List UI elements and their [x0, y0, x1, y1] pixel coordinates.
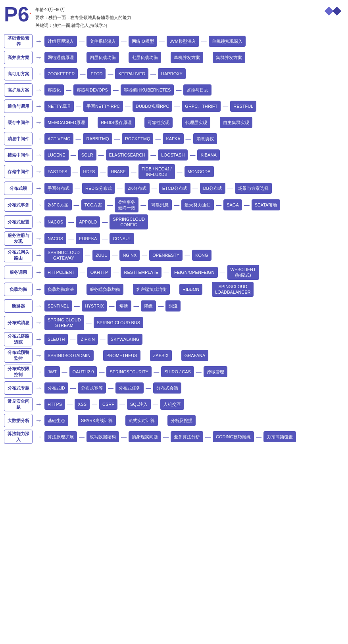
connector-1-4: —: [205, 54, 211, 61]
connector-22-4: —: [153, 401, 158, 407]
page-container: P6. 年龄40万~60万 要求：独挡一面，在专业领域具备辅导他人的能力 关键词…: [0, 0, 348, 454]
tag-6-4: 消息协议: [193, 133, 217, 144]
header-age: 年龄40万~60万: [35, 6, 131, 14]
connector-20-4: —: [196, 369, 202, 375]
connector-0-3: —: [159, 38, 165, 44]
row-17: 分布式消息→SPRING CLOUD STREAM—SPRING CLOUD B…: [4, 315, 344, 330]
connector-16-1: —: [74, 303, 80, 309]
tag-11-2: SPRINGCLOUD CONFIG: [110, 214, 148, 229]
connector-8-4: —: [177, 168, 183, 175]
connector-10-5: —: [216, 202, 221, 208]
arrow-7: →: [33, 151, 44, 159]
connector-3-2: —: [113, 87, 119, 93]
tag-14-2: RESTTEMPLATE: [121, 267, 162, 278]
connector-18-2: —: [100, 336, 106, 342]
tags-18: SLEUTH—ZIPKIN—SKYWALKING: [44, 334, 344, 345]
tag-9-3: ETCD分布式: [159, 183, 190, 194]
category-4: 通信与调用: [4, 99, 33, 113]
tag-12-0: NACOS: [44, 233, 66, 244]
tag-10-5: SAGA: [223, 199, 242, 210]
arrow-11: →: [33, 218, 44, 226]
tags-7: LUCENE—SOLR—ELASTICSEARCH—LOGSTASH—KIBAN…: [44, 149, 344, 161]
connector-1-2: —: [121, 54, 127, 61]
diamond-2: [333, 7, 342, 16]
connector-7-3: —: [150, 152, 156, 158]
connector-9-1: —: [75, 185, 80, 191]
row-2: 高可用方案→ZOOKEEPER—ETCD—KEEPALIVED—HAPROXY: [4, 67, 344, 81]
tag-6-0: ACTIVEMQ: [44, 133, 73, 144]
tags-8: FASTDFS—HDFS—HBASE—TIDB / NEO4J / INFLUX…: [44, 164, 344, 179]
connector-7-1: —: [71, 152, 76, 158]
connector-13-3: —: [142, 252, 147, 258]
connector-9-5: —: [227, 185, 233, 191]
category-6: 消息中间件: [4, 132, 33, 145]
tag-7-4: KIBANA: [197, 149, 219, 161]
tag-0-0: 计组原理深入: [44, 36, 77, 47]
category-1: 高并发方案: [4, 51, 33, 64]
tags-9: 手写分布式—REDIS分布式—ZK分布式—ETCD分布式—DB分布式—场景与方案…: [44, 183, 344, 194]
connector-4-1: —: [76, 103, 81, 109]
arrow-16: →: [33, 302, 44, 310]
category-19: 分布式预警监控: [4, 348, 33, 363]
arrow-9: →: [33, 184, 44, 193]
tag-0-1: 文件系统深入: [87, 36, 119, 47]
tag-5-1: REDIS缓存原理: [98, 117, 135, 128]
row-9: 分布式锁→手写分布式—REDIS分布式—ZK分布式—ETCD分布式—DB分布式—…: [4, 181, 344, 195]
tag-24-3: 业务算法分析: [171, 431, 203, 442]
category-12: 服务注册与发现: [4, 231, 33, 246]
tag-20-4: 跨域管理: [204, 366, 227, 377]
tag-18-1: ZIPKIN: [77, 334, 98, 345]
tag-4-1: 手写NETTY-RPC: [83, 101, 123, 112]
connector-15-2: —: [125, 286, 131, 292]
row-6: 消息中间件→ACTIVEMQ—RABBITMQ—ROCKETMQ—KAFKA—消…: [4, 132, 344, 146]
tags-24: 算法原理扩展—改写数据结构—抽象现实问题—业务算法分析—CODING技巧磨练—力…: [44, 431, 344, 442]
connector-14-3: —: [163, 269, 169, 275]
connector-15-4: —: [204, 286, 210, 292]
tags-11: NACOS—APPOLO—SPRINGCLOUD CONFIG: [44, 214, 344, 229]
tag-16-3: 降级: [141, 300, 156, 311]
connector-3-3: —: [176, 87, 181, 93]
row-14: 服务调用→HTTPCLIENT—OKHTTP—RESTTEMPLATE—FEIG…: [4, 265, 344, 280]
tag-15-4: SPINGCLOUD LOADBALANCER: [212, 282, 254, 297]
tags-3: 容器化—容器与DEVOPS—容器编排KUBERNETES—监控与日志: [44, 84, 344, 96]
tag-21-2: 分布式任务: [115, 382, 144, 394]
header-diamonds: [326, 8, 340, 14]
tag-9-0: 手写分布式: [44, 183, 73, 194]
tag-21-3: 分布式会话: [153, 382, 181, 394]
connector-10-4: —: [174, 202, 179, 208]
tag-20-3: SHIRO / CAS: [161, 366, 194, 377]
tag-13-1: ZUUL: [92, 250, 110, 261]
tag-10-1: TCC方案: [81, 199, 106, 210]
arrow-18: →: [33, 335, 44, 344]
arrow-24: →: [33, 433, 44, 441]
tag-7-0: LUCENE: [44, 149, 69, 161]
category-23: 大数据分析: [4, 414, 33, 427]
category-20: 分布式权限控制: [4, 365, 33, 379]
tag-15-3: RIBBON: [179, 284, 202, 295]
tag-20-0: JWT: [44, 366, 60, 377]
tag-22-3: SQL注入: [127, 399, 151, 410]
connector-10-1: —: [74, 202, 79, 208]
arrow-19: →: [33, 352, 44, 360]
tag-16-0: SENTINEL: [44, 300, 72, 311]
connector-15-1: —: [79, 286, 85, 292]
tag-1-3: 单机并发方案: [171, 52, 203, 63]
tag-23-2: 流式实时计算: [125, 415, 158, 426]
row-7: 搜索中间件→LUCENE—SOLR—ELASTICSEARCH—LOGSTASH…: [4, 148, 344, 162]
connector-22-2: —: [92, 401, 97, 407]
tag-4-0: NETTY原理: [44, 101, 74, 112]
tag-0-3: JVM模型深入: [167, 36, 199, 47]
arrow-0: →: [33, 37, 44, 46]
tag-15-2: 客户端负载均衡: [133, 284, 170, 295]
tags-5: MEMCACHED原理—REDIS缓存原理—可靠性实现—代理层实现—自主集群实现: [44, 117, 344, 128]
tag-1-0: 网络通信原理: [44, 52, 77, 63]
tag-4-2: DUBBO实现RPC: [133, 101, 172, 112]
arrow-14: →: [33, 268, 44, 277]
arrow-13: →: [33, 251, 44, 260]
tag-0-4: 单机锁实现深入: [209, 36, 246, 47]
tag-24-5: 力扣高频覆盖: [263, 431, 296, 442]
connector-2-1: —: [80, 71, 85, 77]
tag-5-0: MEMCACHED原理: [44, 117, 88, 128]
connector-14-2: —: [113, 269, 119, 275]
row-4: 通信与调用→NETTY原理—手写NETTY-RPC—DUBBO实现RPC—GRP…: [4, 99, 344, 113]
